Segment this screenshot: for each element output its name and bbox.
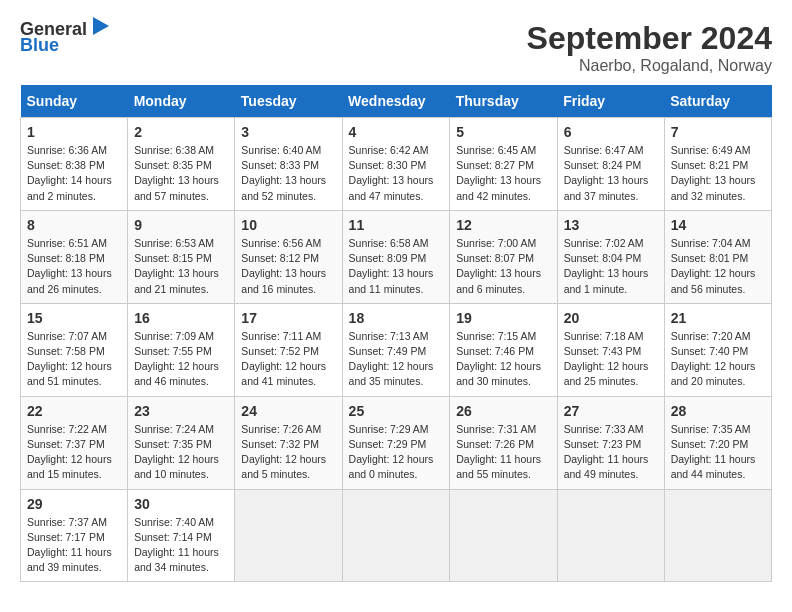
day-number: 10 (241, 217, 335, 233)
day-info: Sunrise: 6:40 AMSunset: 8:33 PMDaylight:… (241, 143, 335, 204)
day-info: Sunrise: 7:20 AMSunset: 7:40 PMDaylight:… (671, 329, 765, 390)
day-info: Sunrise: 7:35 AMSunset: 7:20 PMDaylight:… (671, 422, 765, 483)
table-row: 23Sunrise: 7:24 AMSunset: 7:35 PMDayligh… (128, 396, 235, 489)
month-title: September 2024 (527, 20, 772, 57)
table-row (235, 489, 342, 582)
table-row: 27Sunrise: 7:33 AMSunset: 7:23 PMDayligh… (557, 396, 664, 489)
day-info: Sunrise: 6:36 AMSunset: 8:38 PMDaylight:… (27, 143, 121, 204)
day-info: Sunrise: 6:56 AMSunset: 8:12 PMDaylight:… (241, 236, 335, 297)
day-info: Sunrise: 7:33 AMSunset: 7:23 PMDaylight:… (564, 422, 658, 483)
table-row: 28Sunrise: 7:35 AMSunset: 7:20 PMDayligh… (664, 396, 771, 489)
day-number: 18 (349, 310, 444, 326)
day-number: 26 (456, 403, 550, 419)
table-row (450, 489, 557, 582)
day-number: 21 (671, 310, 765, 326)
day-number: 22 (27, 403, 121, 419)
day-number: 25 (349, 403, 444, 419)
day-number: 6 (564, 124, 658, 140)
table-row: 8Sunrise: 6:51 AMSunset: 8:18 PMDaylight… (21, 210, 128, 303)
table-row: 20Sunrise: 7:18 AMSunset: 7:43 PMDayligh… (557, 303, 664, 396)
day-number: 13 (564, 217, 658, 233)
svg-marker-0 (93, 17, 109, 35)
table-row: 6Sunrise: 6:47 AMSunset: 8:24 PMDaylight… (557, 118, 664, 211)
table-row: 10Sunrise: 6:56 AMSunset: 8:12 PMDayligh… (235, 210, 342, 303)
day-info: Sunrise: 7:15 AMSunset: 7:46 PMDaylight:… (456, 329, 550, 390)
day-info: Sunrise: 6:38 AMSunset: 8:35 PMDaylight:… (134, 143, 228, 204)
day-number: 27 (564, 403, 658, 419)
day-number: 29 (27, 496, 121, 512)
title-area: September 2024 Naerbo, Rogaland, Norway (527, 20, 772, 75)
table-row: 22Sunrise: 7:22 AMSunset: 7:37 PMDayligh… (21, 396, 128, 489)
day-number: 19 (456, 310, 550, 326)
day-info: Sunrise: 6:47 AMSunset: 8:24 PMDaylight:… (564, 143, 658, 204)
table-row (342, 489, 450, 582)
table-row: 9Sunrise: 6:53 AMSunset: 8:15 PMDaylight… (128, 210, 235, 303)
calendar-week-1: 1Sunrise: 6:36 AMSunset: 8:38 PMDaylight… (21, 118, 772, 211)
day-info: Sunrise: 7:02 AMSunset: 8:04 PMDaylight:… (564, 236, 658, 297)
table-row: 11Sunrise: 6:58 AMSunset: 8:09 PMDayligh… (342, 210, 450, 303)
day-info: Sunrise: 6:58 AMSunset: 8:09 PMDaylight:… (349, 236, 444, 297)
day-info: Sunrise: 7:00 AMSunset: 8:07 PMDaylight:… (456, 236, 550, 297)
header-saturday: Saturday (664, 85, 771, 118)
table-row: 12Sunrise: 7:00 AMSunset: 8:07 PMDayligh… (450, 210, 557, 303)
table-row (557, 489, 664, 582)
table-row: 17Sunrise: 7:11 AMSunset: 7:52 PMDayligh… (235, 303, 342, 396)
day-number: 20 (564, 310, 658, 326)
day-info: Sunrise: 6:51 AMSunset: 8:18 PMDaylight:… (27, 236, 121, 297)
day-info: Sunrise: 6:45 AMSunset: 8:27 PMDaylight:… (456, 143, 550, 204)
table-row: 13Sunrise: 7:02 AMSunset: 8:04 PMDayligh… (557, 210, 664, 303)
logo: General Blue (20, 20, 111, 56)
day-number: 4 (349, 124, 444, 140)
table-row: 29Sunrise: 7:37 AMSunset: 7:17 PMDayligh… (21, 489, 128, 582)
table-row: 24Sunrise: 7:26 AMSunset: 7:32 PMDayligh… (235, 396, 342, 489)
day-number: 11 (349, 217, 444, 233)
day-info: Sunrise: 6:49 AMSunset: 8:21 PMDaylight:… (671, 143, 765, 204)
day-info: Sunrise: 7:18 AMSunset: 7:43 PMDaylight:… (564, 329, 658, 390)
table-row: 14Sunrise: 7:04 AMSunset: 8:01 PMDayligh… (664, 210, 771, 303)
header-tuesday: Tuesday (235, 85, 342, 118)
day-number: 15 (27, 310, 121, 326)
day-number: 5 (456, 124, 550, 140)
day-number: 8 (27, 217, 121, 233)
table-row: 2Sunrise: 6:38 AMSunset: 8:35 PMDaylight… (128, 118, 235, 211)
table-row: 5Sunrise: 6:45 AMSunset: 8:27 PMDaylight… (450, 118, 557, 211)
day-info: Sunrise: 7:29 AMSunset: 7:29 PMDaylight:… (349, 422, 444, 483)
page-header: General Blue September 2024 Naerbo, Roga… (20, 20, 772, 75)
logo-arrow-icon (89, 15, 111, 37)
table-row: 3Sunrise: 6:40 AMSunset: 8:33 PMDaylight… (235, 118, 342, 211)
table-row: 16Sunrise: 7:09 AMSunset: 7:55 PMDayligh… (128, 303, 235, 396)
calendar-week-2: 8Sunrise: 6:51 AMSunset: 8:18 PMDaylight… (21, 210, 772, 303)
table-row: 1Sunrise: 6:36 AMSunset: 8:38 PMDaylight… (21, 118, 128, 211)
day-info: Sunrise: 7:24 AMSunset: 7:35 PMDaylight:… (134, 422, 228, 483)
table-row: 15Sunrise: 7:07 AMSunset: 7:58 PMDayligh… (21, 303, 128, 396)
header-monday: Monday (128, 85, 235, 118)
day-info: Sunrise: 7:37 AMSunset: 7:17 PMDaylight:… (27, 515, 121, 576)
day-info: Sunrise: 6:53 AMSunset: 8:15 PMDaylight:… (134, 236, 228, 297)
table-row: 19Sunrise: 7:15 AMSunset: 7:46 PMDayligh… (450, 303, 557, 396)
day-number: 9 (134, 217, 228, 233)
day-number: 17 (241, 310, 335, 326)
day-number: 12 (456, 217, 550, 233)
header-friday: Friday (557, 85, 664, 118)
day-info: Sunrise: 7:09 AMSunset: 7:55 PMDaylight:… (134, 329, 228, 390)
location-subtitle: Naerbo, Rogaland, Norway (527, 57, 772, 75)
day-info: Sunrise: 7:31 AMSunset: 7:26 PMDaylight:… (456, 422, 550, 483)
table-row: 25Sunrise: 7:29 AMSunset: 7:29 PMDayligh… (342, 396, 450, 489)
header-sunday: Sunday (21, 85, 128, 118)
day-number: 1 (27, 124, 121, 140)
day-number: 2 (134, 124, 228, 140)
table-row: 4Sunrise: 6:42 AMSunset: 8:30 PMDaylight… (342, 118, 450, 211)
table-row: 18Sunrise: 7:13 AMSunset: 7:49 PMDayligh… (342, 303, 450, 396)
calendar-week-5: 29Sunrise: 7:37 AMSunset: 7:17 PMDayligh… (21, 489, 772, 582)
table-row: 7Sunrise: 6:49 AMSunset: 8:21 PMDaylight… (664, 118, 771, 211)
header-wednesday: Wednesday (342, 85, 450, 118)
header-thursday: Thursday (450, 85, 557, 118)
day-info: Sunrise: 7:40 AMSunset: 7:14 PMDaylight:… (134, 515, 228, 576)
day-info: Sunrise: 7:26 AMSunset: 7:32 PMDaylight:… (241, 422, 335, 483)
day-info: Sunrise: 7:07 AMSunset: 7:58 PMDaylight:… (27, 329, 121, 390)
table-row: 26Sunrise: 7:31 AMSunset: 7:26 PMDayligh… (450, 396, 557, 489)
day-info: Sunrise: 7:22 AMSunset: 7:37 PMDaylight:… (27, 422, 121, 483)
table-row: 30Sunrise: 7:40 AMSunset: 7:14 PMDayligh… (128, 489, 235, 582)
calendar-week-4: 22Sunrise: 7:22 AMSunset: 7:37 PMDayligh… (21, 396, 772, 489)
day-number: 14 (671, 217, 765, 233)
